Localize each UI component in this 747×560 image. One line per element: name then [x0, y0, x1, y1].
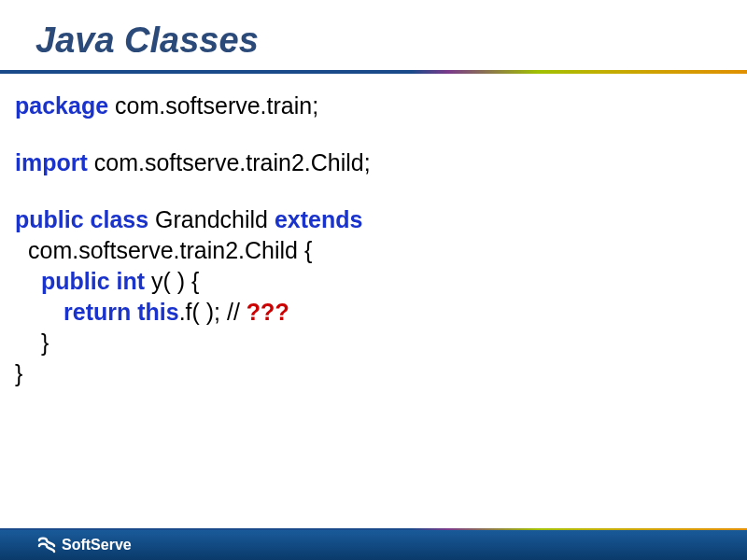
code-block: package com.softserve.train; import com.… [0, 74, 747, 389]
keyword-public-int: public int [41, 268, 145, 294]
slide-title: Java Classes [0, 0, 747, 70]
keyword-return-this: return this [63, 299, 179, 325]
error-marker: ??? [247, 299, 289, 325]
code-text: } [41, 329, 49, 356]
footer: SoftServe [0, 528, 747, 560]
code-line: public class Grandchild extends [15, 204, 747, 235]
code-line: } [15, 358, 747, 389]
code-text: .f( ); // [179, 299, 247, 325]
keyword-extends: extends [275, 206, 362, 232]
blank-line [15, 121, 747, 147]
code-text: y( ) { [145, 268, 199, 294]
code-line: package com.softserve.train; [15, 91, 747, 121]
blank-line [15, 178, 747, 204]
softserve-icon [37, 537, 56, 553]
code-text: } [15, 360, 22, 386]
brand-name: SoftServe [62, 537, 132, 553]
keyword-import: import [15, 149, 88, 175]
brand-logo: SoftServe [37, 537, 132, 553]
footer-bar: SoftServe [0, 530, 747, 560]
code-line: import com.softserve.train2.Child; [15, 147, 747, 178]
code-line: com.softserve.train2.Child { [15, 235, 747, 266]
code-line: public int y( ) { [15, 266, 747, 297]
code-text: Grandchild [148, 206, 275, 232]
keyword-public-class: public class [15, 206, 148, 232]
keyword-package: package [15, 92, 108, 119]
code-text: com.softserve.train; [108, 92, 318, 119]
code-text: com.softserve.train2.Child { [28, 237, 312, 263]
code-text: com.softserve.train2.Child; [88, 149, 371, 175]
code-line: return this.f( ); // ??? [15, 297, 747, 328]
code-line: } [15, 328, 747, 358]
